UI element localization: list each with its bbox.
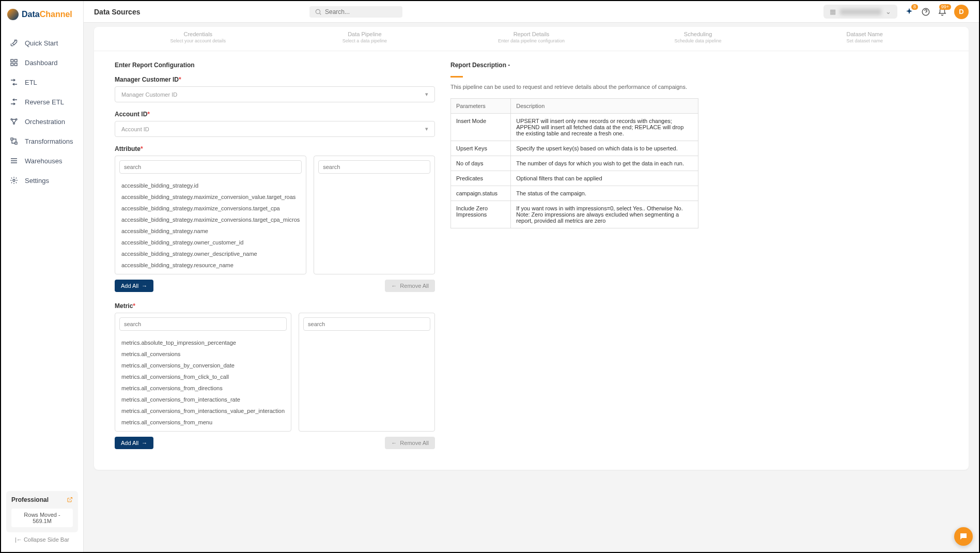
metric-available-panel: metrics.absolute_top_impression_percenta… (115, 313, 291, 432)
description-text: This pipeline can be used to request and… (450, 84, 698, 90)
sidebar-item-label: Settings (25, 177, 49, 185)
add-all-metrics-button[interactable]: Add All→ (115, 437, 153, 449)
chat-bubble[interactable] (954, 527, 973, 546)
sidebar-item-etl[interactable]: ETL (1, 72, 83, 92)
title-underline (450, 76, 463, 78)
step-report-details[interactable]: Report DetailsEnter data pipeline config… (448, 31, 615, 43)
list-item[interactable]: accessible_bidding_strategy.maximize_con… (115, 203, 306, 214)
list-item[interactable]: metrics.all_conversions_from_menu (115, 417, 291, 428)
sparkle-badge: 8 (911, 4, 918, 10)
sidebar-item-orchestration[interactable]: Orchestration (1, 112, 83, 131)
list-item[interactable]: accessible_bidding_strategy.name (115, 225, 306, 237)
attribute-selected-search-input[interactable] (318, 160, 430, 174)
sidebar-item-label: Transformations (25, 137, 73, 145)
collapse-sidebar-link[interactable]: |← Collapse Side Bar (6, 532, 78, 547)
sidebar-item-warehouses[interactable]: Warehouses (1, 151, 83, 171)
table-row: Insert ModeUPSERT will insert only new r… (451, 114, 698, 141)
grid-icon (9, 58, 19, 67)
table-row: campaign.statusThe status of the campaig… (451, 186, 698, 201)
table-row: No of daysThe number of days for which y… (451, 156, 698, 171)
step-credentials[interactable]: CredentialsSelect your account details (115, 31, 282, 43)
collapse-icon: |← (15, 536, 22, 543)
global-search[interactable] (309, 6, 402, 18)
external-link-icon[interactable] (67, 497, 73, 503)
attribute-search-input[interactable] (119, 160, 302, 174)
sidebar-item-reverse-etl[interactable]: Reverse ETL (1, 92, 83, 112)
list-item[interactable]: metrics.all_conversions_from_interaction… (115, 394, 291, 405)
svg-point-6 (13, 123, 15, 125)
remove-all-attributes-button[interactable]: ←Remove All (385, 280, 435, 292)
chevron-down-icon: ⌄ (885, 8, 891, 16)
manager-id-label: Manager Customer ID* (115, 76, 435, 83)
notifications-button[interactable]: 99+ (938, 7, 947, 17)
manager-id-select[interactable]: Manager Customer ID ▾ (115, 86, 435, 102)
sidebar-item-settings[interactable]: Settings (1, 171, 83, 190)
table-row: Include Zero ImpressionsIf you want rows… (451, 201, 698, 228)
metric-selected-search-input[interactable] (303, 317, 430, 331)
list-item[interactable]: metrics.all_conversions_from_directions (115, 382, 291, 394)
list-item[interactable]: metrics.all_conversions_from_interaction… (115, 405, 291, 417)
sidebar-item-label: Reverse ETL (25, 98, 64, 106)
list-item[interactable]: accessible_bidding_strategy.owner_descri… (115, 248, 306, 259)
chevron-down-icon: ▾ (425, 91, 428, 98)
metric-selected-list (299, 335, 434, 431)
table-header-param: Parameters (451, 99, 511, 114)
list-item[interactable]: accessible_bidding_strategy.owner_custom… (115, 237, 306, 248)
list-item[interactable]: metrics.absolute_top_impression_percenta… (115, 337, 291, 348)
logo: DataChannel (1, 1, 83, 28)
step-scheduling[interactable]: SchedulingSchedule data pipeline (615, 31, 782, 43)
list-item[interactable]: metrics.all_conversions_from_click_to_ca… (115, 371, 291, 382)
sidebar-item-dashboard[interactable]: Dashboard (1, 53, 83, 72)
list-item[interactable]: metrics.all_conversions_from_order (115, 428, 291, 431)
account-dropdown[interactable]: ▦ ⌄ (823, 5, 897, 19)
remove-all-metrics-button[interactable]: ←Remove All (385, 437, 435, 449)
sidebar-item-quickstart[interactable]: Quick Start (1, 33, 83, 53)
list-item[interactable]: accessible_bidding_strategy.resource_nam… (115, 259, 306, 271)
sidebar-item-transformations[interactable]: Transformations (1, 131, 83, 151)
step-dataset-name[interactable]: Dataset NameSet dataset name (781, 31, 948, 43)
reverse-flow-icon (9, 97, 19, 106)
database-icon (9, 156, 19, 165)
list-item[interactable]: accessible_bidding_strategy.maximize_con… (115, 191, 306, 203)
transform-icon (9, 136, 19, 146)
metric-label: Metric* (115, 302, 435, 310)
list-item[interactable]: metrics.all_conversions (115, 348, 291, 360)
list-item[interactable]: metrics.all_conversions_by_conversion_da… (115, 360, 291, 371)
sidebar-item-label: Quick Start (25, 39, 58, 47)
flow-icon (9, 78, 19, 87)
plan-name: Professional (11, 496, 49, 503)
table-row: Upsert KeysSpecify the upsert key(s) bas… (451, 141, 698, 156)
add-all-attributes-button[interactable]: Add All→ (115, 280, 153, 292)
rocket-icon (9, 38, 19, 48)
table-row: PredicatesOptional filters that can be a… (451, 171, 698, 186)
account-id-select[interactable]: Account ID ▾ (115, 121, 435, 137)
sidebar-item-label: Orchestration (25, 118, 65, 126)
page-title: Data Sources (94, 8, 140, 16)
step-pipeline[interactable]: Data PipelineSelect a data pipeline (282, 31, 448, 43)
attribute-selected-panel (314, 156, 435, 274)
attribute-list: accessible_bidding_strategy.idaccessible… (115, 178, 306, 274)
search-input[interactable] (325, 8, 397, 16)
arrow-right-icon: → (142, 440, 147, 446)
gear-icon (9, 176, 19, 185)
svg-point-5 (15, 119, 17, 120)
svg-rect-2 (11, 63, 13, 66)
attribute-selected-list (314, 178, 434, 274)
attribute-available-panel: accessible_bidding_strategy.idaccessible… (115, 156, 306, 274)
plan-rows: Rows Moved - 569.1M (11, 509, 73, 527)
svg-rect-0 (11, 59, 13, 62)
metric-search-input[interactable] (119, 317, 287, 331)
sidebar-item-label: Warehouses (25, 157, 63, 165)
svg-point-10 (316, 9, 320, 13)
stepper: CredentialsSelect your account details D… (94, 27, 969, 51)
list-item[interactable]: accessible_bidding_strategy.maximize_con… (115, 214, 306, 225)
form-section-title: Enter Report Configuration (115, 62, 435, 69)
sparkle-button[interactable]: 8 (905, 7, 914, 17)
list-item[interactable]: accessible_bidding_strategy.id (115, 180, 306, 191)
account-name-blurred (840, 9, 881, 15)
avatar[interactable]: D (954, 5, 969, 19)
help-button[interactable] (921, 7, 930, 17)
svg-rect-1 (14, 59, 17, 62)
metric-list: metrics.absolute_top_impression_percenta… (115, 335, 291, 431)
logo-text: DataChannel (22, 10, 72, 19)
